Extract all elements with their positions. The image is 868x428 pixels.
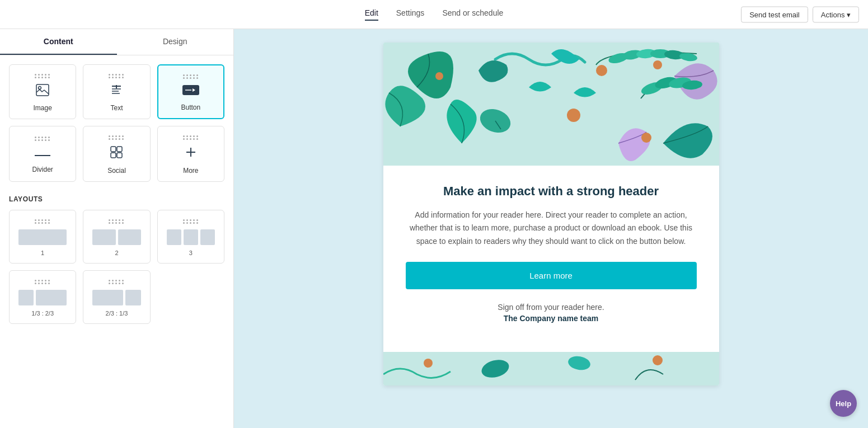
block-divider[interactable]: Divider [9,126,76,182]
drag-handle [109,280,124,284]
block-more-label: More [183,167,198,175]
main-layout: Content Design Image [0,29,868,428]
drag-handle [183,135,199,140]
email-headline: Make an impact with a strong header [406,184,697,200]
svg-rect-0 [36,84,49,96]
tab-edit[interactable]: Edit [365,8,378,21]
block-image-label: Image [33,104,51,112]
svg-point-30 [567,109,580,122]
block-text-label: Text [110,104,123,112]
block-divider-label: Divider [32,166,53,173]
svg-point-32 [435,72,443,80]
svg-point-37 [653,355,663,365]
email-company: The Company name team [406,314,697,323]
drag-handle [183,219,199,224]
panel-tabs: Content Design [0,29,233,55]
svg-rect-33 [383,352,719,385]
drag-handle [35,74,50,78]
email-header-image [383,43,719,166]
tab-design[interactable]: Design [117,29,234,55]
svg-point-1 [39,87,41,90]
layout-2-3-1-3-preview [88,290,145,305]
actions-button[interactable]: Actions ▾ [813,6,859,22]
left-panel: Content Design Image [0,29,234,428]
text-icon [110,84,123,100]
email-signoff: Sign off from your reader here. [406,303,697,312]
drag-handle [109,135,124,140]
button-icon [182,84,200,99]
email-card: Make an impact with a strong header Add … [383,43,719,385]
layout-1col-label: 1 [41,250,44,256]
email-preview-area: Make an impact with a strong header Add … [234,29,868,428]
top-navigation: Edit Settings Send or schedule Send test… [0,0,868,29]
block-social[interactable]: Social [83,126,150,182]
block-button-label: Button [181,104,200,111]
svg-point-31 [641,133,651,143]
svg-point-28 [596,65,607,76]
more-icon [184,145,198,162]
layout-1-3-2-3-label: 1/3 : 2/3 [31,310,54,317]
layout-2col-preview [88,229,145,245]
block-text[interactable]: Text [83,64,150,119]
tab-settings[interactable]: Settings [396,8,425,21]
drag-handle [183,74,199,79]
send-test-email-button[interactable]: Send test email [741,6,808,22]
layout-3col[interactable]: 3 [157,210,224,264]
svg-point-29 [653,60,662,69]
layout-1-3-2-3-preview [14,290,71,305]
top-nav-actions: Send test email Actions ▾ [741,6,859,22]
tab-content[interactable]: Content [0,29,117,55]
layout-1col[interactable]: 1 [9,210,76,264]
drag-handle [35,137,50,141]
layout-1-3-2-3[interactable]: 1/3 : 2/3 [9,270,76,324]
help-button[interactable]: Help [830,390,857,417]
drag-handle [109,74,124,78]
block-image[interactable]: Image [9,64,76,119]
svg-rect-11 [111,153,116,158]
layout-2col-label: 2 [115,250,118,256]
image-icon [36,84,49,100]
divider-icon [34,147,51,161]
content-blocks-grid: Image Text [0,55,233,191]
layout-3col-preview [162,229,219,245]
block-button[interactable]: Button [157,64,224,119]
social-icon [110,145,123,162]
svg-rect-10 [117,147,122,152]
email-body: Make an impact with a strong header Add … [383,166,719,352]
layout-2-3-1-3-label: 2/3 : 1/3 [106,310,128,317]
layouts-title: LAYOUTS [0,191,233,205]
layout-2col[interactable]: 2 [83,210,150,264]
nav-tabs: Edit Settings Send or schedule [365,8,504,21]
drag-handle [35,280,50,284]
block-social-label: Social [107,167,126,175]
email-body-text: Add information for your reader here. Di… [406,209,697,248]
svg-rect-9 [111,147,116,152]
block-more[interactable]: More [157,126,224,182]
layout-1col-preview [14,229,71,245]
layouts-grid: 1 2 [0,205,233,333]
layout-2-3-1-3[interactable]: 2/3 : 1/3 [83,270,150,324]
drag-handle [109,219,124,224]
email-cta-button[interactable]: Learn more [406,262,697,289]
svg-rect-12 [117,153,122,158]
email-footer-image [383,352,719,385]
drag-handle [35,219,50,224]
layout-3col-label: 3 [189,250,193,256]
svg-point-36 [424,359,433,368]
tab-send[interactable]: Send or schedule [442,8,503,21]
